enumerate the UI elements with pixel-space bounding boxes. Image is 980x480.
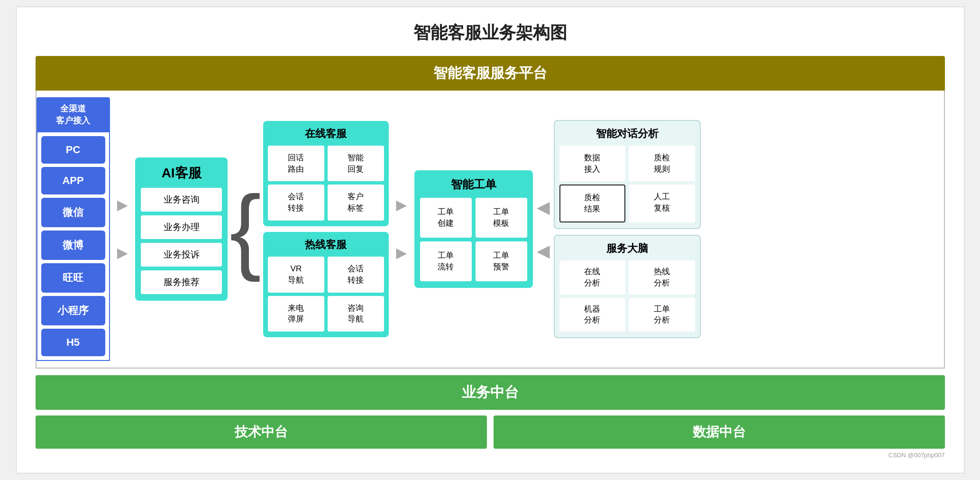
tech-platform-bar: 技术中台 bbox=[36, 415, 487, 449]
hotline-item-4: 咨询导航 bbox=[328, 296, 384, 332]
hotline-item-3: 来电弹屏 bbox=[268, 296, 324, 332]
online-item-3: 会话转接 bbox=[268, 185, 324, 221]
arrow-icon-3a: ◀ bbox=[537, 197, 550, 217]
service-column: 在线客服 回话路由 智能回复 会话转接 客户标签 热线客服 VR导航 会话转接 … bbox=[263, 121, 389, 337]
arrow-icon-2b: ► bbox=[393, 243, 411, 263]
ticket-grid: 工单创建 工单模板 工单流转 工单预警 bbox=[420, 198, 527, 281]
brace-icon: { bbox=[229, 182, 261, 277]
ticket-box: 智能工单 工单创建 工单模板 工单流转 工单预警 bbox=[414, 170, 533, 287]
analysis-item-2: 质检规则 bbox=[629, 146, 695, 182]
hotline-service-grid: VR导航 会话转接 来电弹屏 咨询导航 bbox=[268, 257, 384, 332]
brain-item-3: 机器分析 bbox=[559, 298, 626, 332]
bottom-row: 技术中台 数据中台 bbox=[36, 415, 945, 449]
ticket-item-4: 工单预警 bbox=[476, 241, 527, 281]
channel-item-wangwang: 旺旺 bbox=[41, 263, 105, 293]
analysis-item-3-highlighted: 质检结果 bbox=[559, 185, 626, 222]
arrow-icon-1a: ► bbox=[114, 195, 132, 215]
hotline-item-2: 会话转接 bbox=[328, 257, 384, 293]
online-service-grid: 回话路由 智能回复 会话转接 客户标签 bbox=[268, 146, 384, 221]
channel-header: 全渠道客户接入 bbox=[37, 97, 110, 132]
right-analysis-col: 智能对话分析 数据接入 质检规则 质检结果 人工复核 服务大脑 在线分析 热线分… bbox=[554, 120, 701, 338]
ai-item-1: 业务咨询 bbox=[141, 188, 222, 212]
online-service-title: 在线客服 bbox=[268, 127, 384, 141]
arrow-icon-2a: ► bbox=[393, 195, 411, 215]
brain-item-2: 热线分析 bbox=[629, 260, 695, 295]
online-item-1: 回话路由 bbox=[268, 146, 324, 182]
channel-item-app: APP bbox=[41, 167, 105, 194]
brain-item-1: 在线分析 bbox=[559, 260, 626, 295]
ai-service-title: AI客服 bbox=[141, 164, 222, 182]
ai-item-2: 业务办理 bbox=[141, 215, 222, 239]
analysis-title: 智能对话分析 bbox=[559, 127, 695, 141]
ticket-item-2: 工单模板 bbox=[476, 198, 527, 238]
hotline-item-1: VR导航 bbox=[268, 257, 324, 293]
main-title: 智能客服业务架构图 bbox=[36, 21, 945, 45]
ticket-title: 智能工单 bbox=[420, 177, 527, 192]
arrow-group-2: ► ► bbox=[393, 195, 411, 263]
hotline-service-box: 热线客服 VR导航 会话转接 来电弹屏 咨询导航 bbox=[263, 232, 389, 337]
arrow-icon-3b: ◀ bbox=[537, 241, 550, 261]
arrow-group-3: ◀ ◀ bbox=[537, 197, 550, 261]
analysis-grid: 数据接入 质检规则 质检结果 人工复核 bbox=[559, 146, 695, 222]
main-container: 智能客服业务架构图 智能客服服务平台 全渠道客户接入 PC APP 微信 微博 … bbox=[16, 7, 964, 473]
ticket-item-3: 工单流转 bbox=[420, 241, 472, 281]
channel-column: 全渠道客户接入 PC APP 微信 微博 旺旺 小程序 H5 bbox=[37, 97, 110, 361]
analysis-item-1: 数据接入 bbox=[559, 146, 626, 182]
brain-item-4: 工单分析 bbox=[629, 298, 695, 332]
analysis-box: 智能对话分析 数据接入 质检规则 质检结果 人工复核 bbox=[554, 120, 701, 229]
ai-service-box: AI客服 业务咨询 业务办理 业务投诉 服务推荐 bbox=[135, 157, 228, 301]
arrow-icon-1b: ► bbox=[114, 243, 132, 263]
channel-item-h5: H5 bbox=[41, 329, 105, 356]
data-platform-bar: 数据中台 bbox=[494, 415, 945, 449]
channel-item-pc: PC bbox=[41, 136, 105, 164]
online-item-4: 客户标签 bbox=[328, 185, 384, 221]
online-item-2: 智能回复 bbox=[328, 146, 384, 182]
platform-bar: 智能客服服务平台 bbox=[36, 56, 945, 91]
channel-items: PC APP 微信 微博 旺旺 小程序 H5 bbox=[37, 132, 110, 361]
brain-box: 服务大脑 在线分析 热线分析 机器分析 工单分析 bbox=[554, 235, 701, 338]
ai-item-3: 业务投诉 bbox=[141, 243, 222, 267]
hotline-service-title: 热线客服 bbox=[268, 238, 384, 252]
ticket-item-1: 工单创建 bbox=[420, 198, 472, 238]
brain-grid: 在线分析 热线分析 机器分析 工单分析 bbox=[559, 260, 695, 332]
business-platform-bar: 业务中台 bbox=[36, 375, 945, 410]
channel-item-weibo: 微博 bbox=[41, 231, 105, 260]
channel-item-miniapp: 小程序 bbox=[41, 296, 105, 325]
main-content-area: 全渠道客户接入 PC APP 微信 微博 旺旺 小程序 H5 ► ► AI客服 … bbox=[36, 91, 945, 369]
watermark: CSDN @007php007 bbox=[36, 452, 945, 459]
ai-item-4: 服务推荐 bbox=[141, 270, 222, 294]
analysis-item-4: 人工复核 bbox=[629, 185, 695, 222]
brain-title: 服务大脑 bbox=[559, 241, 695, 256]
channel-item-wechat: 微信 bbox=[41, 198, 105, 227]
arrow-group-1: ► ► bbox=[114, 195, 132, 263]
online-service-box: 在线客服 回话路由 智能回复 会话转接 客户标签 bbox=[263, 121, 389, 226]
